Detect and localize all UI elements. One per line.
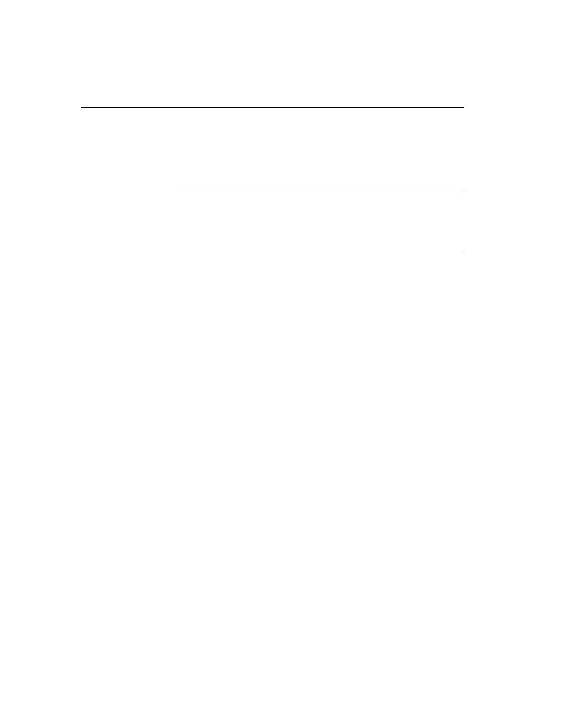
horizontal-rule-1 xyxy=(81,107,464,108)
horizontal-rule-3 xyxy=(174,252,464,252)
document-page xyxy=(0,0,562,728)
horizontal-rule-2 xyxy=(174,190,464,190)
